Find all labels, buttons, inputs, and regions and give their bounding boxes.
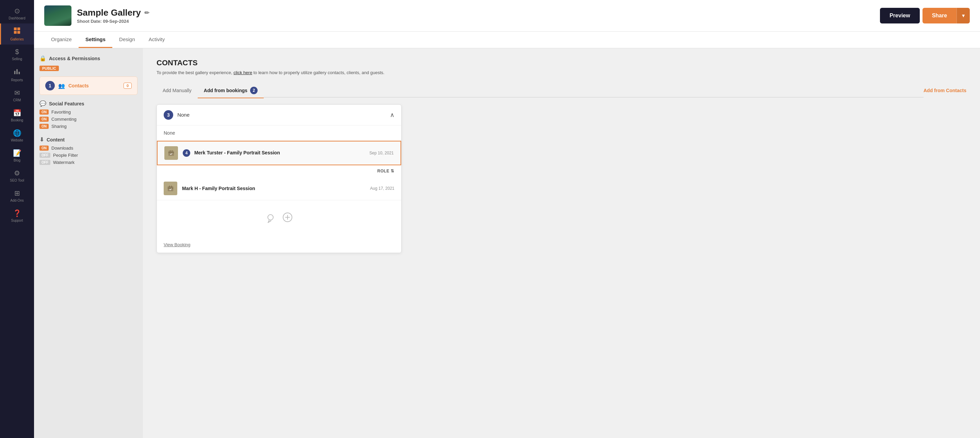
gallery-name-text: Sample Gallery	[77, 8, 141, 18]
booking-info-2: Mark H - Family Portrait Session	[182, 186, 366, 191]
role-sort-icon: ⇅	[391, 169, 395, 173]
step1-badge: 1	[45, 81, 55, 90]
dropdown-option-none[interactable]: None	[157, 125, 401, 141]
chat-icon: 💬	[40, 100, 46, 107]
sidebar-item-support[interactable]: ❓ Support	[0, 206, 34, 226]
sidebar-item-seo[interactable]: ⚙ SEO Tool	[0, 166, 34, 186]
dashboard-icon: ⊙	[14, 7, 20, 15]
step3-badge: 3	[164, 110, 173, 120]
reports-icon	[13, 68, 21, 77]
contacts-icon: 👥	[58, 83, 65, 89]
contacts-label: Contacts	[68, 83, 89, 89]
booking-date-1: Sep 10, 2021	[369, 151, 394, 156]
sidebar-item-selling[interactable]: $ Selling	[0, 44, 34, 64]
sidebar-label-selling: Selling	[12, 57, 22, 61]
commenting-label: Commenting	[51, 117, 76, 122]
header-actions: Preview Share ▼	[880, 8, 970, 24]
sharing-toggle[interactable]: ON	[40, 124, 49, 129]
booking-info-1: 4 Merk Turster - Family Portrait Session	[183, 149, 365, 157]
sidebar-label-blog: Blog	[14, 159, 21, 162]
watermark-toggle[interactable]: OFF	[40, 160, 50, 165]
booking-calendar-icon-2	[164, 182, 177, 195]
booking-icon: 📅	[13, 109, 21, 117]
people-filter-toggle-row: OFF People Filter	[40, 153, 137, 158]
role-column-header: ROLE ⇅	[157, 165, 401, 177]
dropdown-list: None	[157, 125, 401, 237]
gallery-info: Sample Gallery ✏ Shoot Date: 09-Sep-2024	[77, 8, 150, 24]
sidebar-item-booking[interactable]: 📅 Booking	[0, 105, 34, 125]
sidebar-label-galleries: Galleries	[10, 37, 24, 41]
contacts-description: To provide the best gallery experience, …	[156, 70, 966, 75]
booking-item-2[interactable]: Mark H - Family Portrait Session Aug 17,…	[157, 177, 401, 200]
sidebar-item-reports[interactable]: Reports	[0, 64, 34, 85]
add-from-bookings-tab[interactable]: Add from bookings 2	[198, 83, 264, 98]
addons-icon: ⊞	[14, 189, 20, 197]
booking-dropdown: 3 None ∧ None	[156, 105, 401, 253]
share-dropdown-button[interactable]: ▼	[956, 8, 970, 24]
website-icon: 🌐	[13, 129, 21, 137]
downloads-toggle[interactable]: ON	[40, 146, 49, 151]
favoriting-toggle[interactable]: ON	[40, 110, 49, 114]
right-panel: CONTACTS To provide the best gallery exp…	[143, 48, 980, 438]
commenting-toggle[interactable]: ON	[40, 117, 49, 122]
sidebar-item-blog[interactable]: 📝 Blog	[0, 146, 34, 166]
preview-button[interactable]: Preview	[880, 8, 920, 24]
svg-point-15	[268, 214, 273, 220]
access-permissions-header: 🔒 Access & Permissions	[40, 55, 137, 62]
svg-rect-10	[169, 152, 174, 153]
booking-name-2: Mark H - Family Portrait Session	[182, 186, 366, 191]
dropdown-header[interactable]: 3 None ∧	[157, 105, 401, 125]
add-contact-plus-icon[interactable]	[283, 213, 292, 224]
contacts-title: CONTACTS	[156, 59, 966, 67]
dropdown-arrow-icon: ∧	[390, 111, 395, 119]
lock-icon: 🔒	[40, 55, 46, 62]
header-left: Sample Gallery ✏ Shoot Date: 09-Sep-2024	[44, 5, 150, 26]
add-contact-icons-row	[157, 200, 401, 237]
seo-icon: ⚙	[14, 169, 20, 177]
page-header: Sample Gallery ✏ Shoot Date: 09-Sep-2024…	[34, 0, 980, 32]
share-button[interactable]: Share	[923, 8, 956, 24]
watermark-toggle-row: OFF Watermark	[40, 160, 137, 165]
add-manually-tab[interactable]: Add Manually	[156, 84, 198, 97]
gallery-thumbnail	[44, 5, 72, 26]
contacts-click-here-link[interactable]: click here	[234, 70, 252, 75]
selling-icon: $	[15, 48, 19, 56]
social-features-section: 💬 Social Features ON Favoriting ON Comme…	[40, 100, 137, 131]
sidebar-item-galleries[interactable]: Galleries	[0, 24, 34, 44]
svg-rect-1	[18, 27, 20, 30]
tab-design[interactable]: Design	[112, 32, 142, 48]
access-permissions-title: Access & Permissions	[49, 56, 100, 61]
commenting-toggle-row: ON Commenting	[40, 117, 137, 122]
people-filter-toggle[interactable]: OFF	[40, 153, 50, 158]
svg-rect-13	[171, 186, 172, 187]
edit-gallery-icon[interactable]: ✏	[144, 9, 150, 17]
add-from-contacts-link[interactable]: Add from Contacts	[924, 84, 966, 97]
shoot-date: Shoot Date: 09-Sep-2024	[77, 19, 150, 24]
sharing-label: Sharing	[51, 124, 67, 129]
content-section: ⬇ Content ON Downloads OFF People Filter…	[40, 136, 137, 167]
social-features-header: 💬 Social Features	[40, 100, 137, 107]
tab-activity[interactable]: Activity	[142, 32, 172, 48]
shoot-date-label: Shoot Date:	[77, 19, 102, 24]
tab-settings[interactable]: Settings	[79, 32, 112, 48]
page-tabs: Organize Settings Design Activity	[34, 32, 980, 48]
sidebar-item-website[interactable]: 🌐 Website	[0, 125, 34, 146]
view-booking-link[interactable]: View Booking	[157, 237, 401, 253]
svg-rect-8	[170, 150, 170, 152]
settings-content: 🔒 Access & Permissions PUBLIC 1 👥 Contac…	[34, 48, 980, 438]
contacts-menu-item[interactable]: 1 👥 Contacts 0	[40, 76, 137, 95]
content-section-title: Content	[47, 137, 65, 143]
booking-item-1[interactable]: 4 Merk Turster - Family Portrait Session…	[157, 141, 401, 165]
svg-rect-4	[14, 71, 16, 74]
social-features-title: Social Features	[49, 101, 84, 106]
tab-organize[interactable]: Organize	[44, 32, 79, 48]
sidebar-label-seo: SEO Tool	[10, 179, 24, 182]
sidebar-item-addons[interactable]: ⊞ Add-Ons	[0, 186, 34, 206]
downloads-toggle-row: ON Downloads	[40, 146, 137, 151]
contacts-desc-end: to learn how to properly utilize gallery…	[253, 70, 385, 75]
svg-rect-12	[169, 186, 170, 187]
sidebar-item-dashboard[interactable]: ⊙ Dashboard	[0, 3, 34, 24]
dropdown-selected-value: 3 None	[164, 110, 189, 120]
svg-rect-2	[14, 31, 17, 34]
sidebar-item-crm[interactable]: ✉ CRM	[0, 85, 34, 105]
